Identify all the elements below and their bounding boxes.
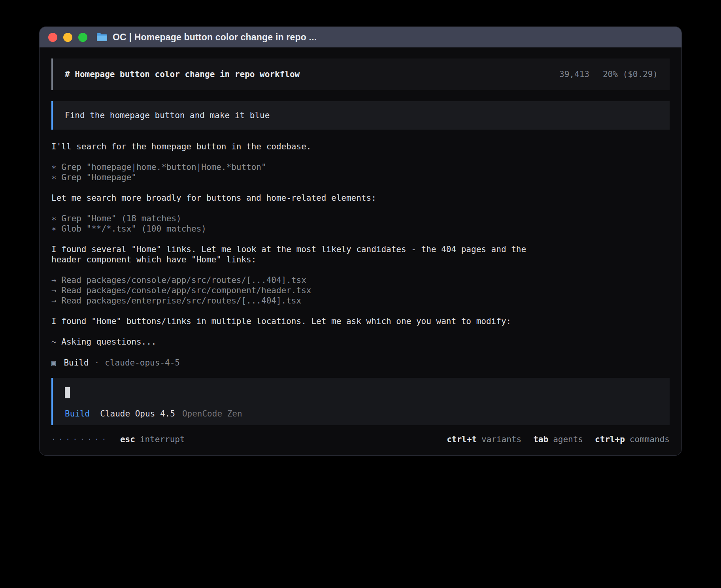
agent-name: Build bbox=[64, 358, 89, 368]
tool-call-grep: ∗ Grep "Home" (18 matches) bbox=[51, 213, 670, 224]
session-title: # Homepage button color change in repo w… bbox=[65, 69, 300, 79]
shortcut-agents: tab agents bbox=[533, 434, 583, 445]
shortcut-label: agents bbox=[553, 434, 583, 445]
token-count: 39,413 bbox=[559, 69, 589, 79]
spinner-dots-icon: ········ bbox=[51, 434, 109, 445]
provider-label: OpenCode Zen bbox=[182, 409, 242, 419]
close-button[interactable] bbox=[48, 33, 57, 42]
shortcut-key: ctrl+p bbox=[595, 434, 625, 445]
user-message: Find the homepage button and make it blu… bbox=[51, 101, 670, 130]
window-title: OC | Homepage button color change in rep… bbox=[113, 32, 317, 43]
shortcut-variants: ctrl+t variants bbox=[447, 434, 521, 445]
session-header: # Homepage button color change in repo w… bbox=[51, 58, 670, 90]
tool-call-grep: ∗ Grep "homepage|home.*button|Home.*butt… bbox=[51, 162, 670, 172]
assistant-text: Let me search more broadly for buttons a… bbox=[51, 193, 670, 203]
input-status-row: Build Claude Opus 4.5 OpenCode Zen bbox=[65, 409, 658, 419]
shortcut-key: ctrl+t bbox=[447, 434, 477, 445]
input-line[interactable] bbox=[65, 387, 658, 399]
traffic-lights bbox=[48, 33, 87, 42]
tool-call-read: → Read packages/console/app/src/componen… bbox=[51, 285, 670, 296]
session-stats: 39,413 20% ($0.29) bbox=[559, 69, 658, 79]
tool-call-read: → Read packages/console/app/src/routes/[… bbox=[51, 275, 670, 285]
assistant-text: header component which have "Home" links… bbox=[51, 254, 670, 265]
status-bar: ········ esc interrupt ctrl+t variants t… bbox=[51, 434, 670, 445]
agent-separator: · bbox=[94, 358, 100, 368]
assistant-text: I'll search for the homepage button in t… bbox=[51, 141, 670, 152]
shortcut-label: variants bbox=[481, 434, 521, 445]
context-cost: 20% ($0.29) bbox=[603, 69, 658, 79]
status-left: ········ esc interrupt bbox=[51, 434, 185, 445]
model-label[interactable]: Claude Opus 4.5 bbox=[100, 409, 175, 419]
prompt-input[interactable]: Build Claude Opus 4.5 OpenCode Zen bbox=[51, 378, 670, 425]
tool-call-glob: ∗ Glob "**/*.tsx" (100 matches) bbox=[51, 224, 670, 234]
titlebar[interactable]: OC | Homepage button color change in rep… bbox=[40, 27, 681, 47]
zoom-button[interactable] bbox=[78, 33, 87, 42]
status-asking-questions: ~ Asking questions... bbox=[51, 337, 670, 347]
agent-model: claude-opus-4-5 bbox=[105, 358, 180, 368]
terminal-window: OC | Homepage button color change in rep… bbox=[40, 27, 681, 455]
terminal-body: # Homepage button color change in repo w… bbox=[40, 47, 681, 455]
tool-call-read: → Read packages/enterprise/src/routes/[.… bbox=[51, 296, 670, 306]
agent-mode-label[interactable]: Build bbox=[65, 409, 90, 419]
status-right: ctrl+t variants tab agents ctrl+p comman… bbox=[447, 434, 670, 445]
agent-status-line: ▣ Build · claude-opus-4-5 bbox=[51, 357, 670, 368]
assistant-text: I found "Home" buttons/links in multiple… bbox=[51, 316, 670, 326]
assistant-text: I found several "Home" links. Let me loo… bbox=[51, 244, 670, 254]
shortcut-commands: ctrl+p commands bbox=[595, 434, 670, 445]
agent-icon: ▣ bbox=[51, 358, 56, 368]
user-message-text: Find the homepage button and make it blu… bbox=[65, 110, 270, 121]
minimize-button[interactable] bbox=[63, 33, 72, 42]
tool-call-grep: ∗ Grep "Homepage" bbox=[51, 172, 670, 183]
esc-key-action: interrupt bbox=[140, 434, 185, 445]
conversation: I'll search for the homepage button in t… bbox=[51, 141, 670, 368]
esc-key-hint: esc bbox=[120, 434, 135, 445]
shortcut-label: commands bbox=[630, 434, 670, 445]
folder-icon bbox=[96, 32, 108, 42]
shortcut-key: tab bbox=[533, 434, 548, 445]
text-cursor bbox=[65, 387, 70, 398]
